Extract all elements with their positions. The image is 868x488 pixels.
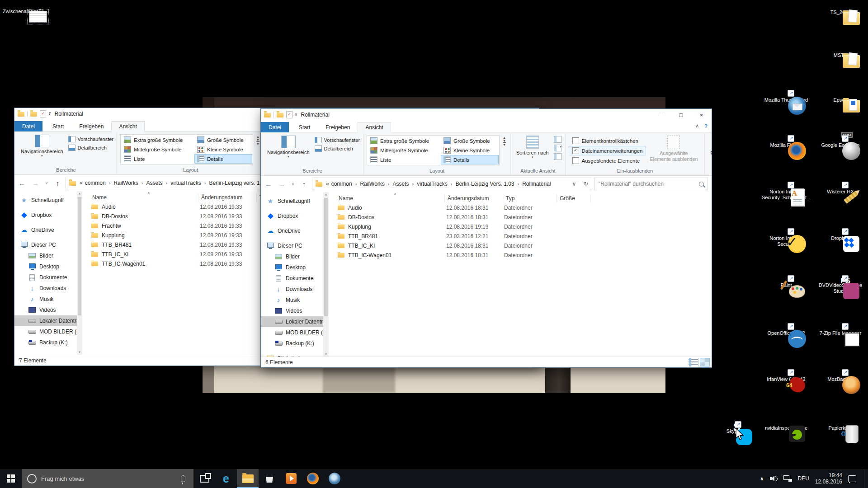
sidebar-item-dokumente[interactable]: Dokumente [261,273,323,284]
properties-icon[interactable]: ✓ [40,110,46,117]
titlebar[interactable]: ✓ ▾ Rollmaterial − □ × [261,109,712,121]
layout-option-0[interactable]: Extra große Symbole [121,135,193,145]
gallery-more-icon[interactable]: ▼ [503,142,506,146]
desktop-icon-irfanview[interactable]: 64 IrfanView 64 4.42 [761,375,811,382]
breadcrumb-item[interactable]: virtualTracks [169,180,203,186]
tab-freigeben[interactable]: Freigeben [318,122,358,132]
gallery-more-icon[interactable]: ▼ [256,141,259,145]
layout-option-3[interactable]: Kleine Symbole [441,145,499,155]
back-button[interactable]: ← [16,178,28,188]
breadcrumb-separator-icon[interactable] [449,181,454,187]
gallery-down-icon[interactable]: ▼ [256,138,259,141]
desktop-icon-nvidia[interactable]: nvidiaInspector.exe [761,424,811,431]
forward-button[interactable]: → [276,178,288,189]
task-view-button[interactable] [193,469,215,488]
maximize-button[interactable]: □ [671,109,691,121]
desktop-icon-firefox[interactable]: Mozilla Firefox [761,141,811,148]
new-folder-icon[interactable] [30,112,37,117]
recent-locations-icon[interactable]: ∨ [43,178,50,188]
ribbon-collapse-icon[interactable]: ∧ [695,123,699,129]
sidebar-scrollbar[interactable]: ∧ ∨ [323,192,329,357]
sidebar-item-schnellzugriff[interactable]: Schnellzugriff [261,196,323,206]
details-pane-button[interactable]: Detailbereich [68,145,114,151]
sidebar-item-bilder[interactable]: Bilder [14,250,77,261]
preview-pane-button[interactable]: Vorschaufenster [68,136,114,142]
desktop-icon-dropbox[interactable]: Dropbox [815,234,866,241]
desktop-icon-paint[interactable]: Paint [761,281,811,288]
sidebar-item-lokaler-datentraeger[interactable]: Lokaler Datenträ [14,315,77,326]
details-view-toggle[interactable] [689,358,698,366]
sidebar-item-mod-bilder[interactable]: MOD BILDER (E:) [261,327,323,338]
breadcrumb-item[interactable]: common [330,181,354,187]
layout-option-1[interactable]: Große Symbole [441,136,499,145]
desktop-icon-ts2016[interactable]: TS_2016 [815,8,866,15]
layout-option-1[interactable]: Große Symbole [194,135,252,145]
new-folder-icon[interactable] [277,113,283,117]
tab-start[interactable]: Start [45,121,71,131]
breadcrumb-separator-icon[interactable] [164,180,170,186]
properties-icon[interactable]: ✓ [286,111,292,118]
file-explorer-icon[interactable] [237,469,259,488]
address-bar[interactable]: «commonRailWorksAssetsvirtualTracksBerli… [312,178,592,190]
edge-icon[interactable] [215,469,237,488]
breadcrumb-separator-icon[interactable] [516,181,521,187]
layout-option-5[interactable]: Details [441,155,499,164]
volume-icon[interactable] [770,475,778,482]
breadcrumb-item[interactable]: common [84,180,107,186]
forward-button[interactable]: → [30,178,41,188]
network-icon[interactable] [783,475,792,482]
group-by-icon[interactable] [554,136,562,143]
store-icon[interactable] [259,469,280,488]
up-button[interactable]: ↑ [52,178,63,188]
start-button[interactable] [0,469,22,488]
language-indicator[interactable]: DEU [798,475,809,482]
media-player-icon[interactable] [280,469,302,488]
breadcrumb-separator-icon[interactable] [140,180,145,186]
desktop-icon-googleearth[interactable]: PRO Google Earth Pro [815,141,866,148]
customize-quick-access-icon[interactable]: ▾ [49,112,51,116]
desktop-icon-mozbackup[interactable]: MozBackup [815,375,866,382]
desktop-icon-dvdvideosoft[interactable]: FS DVDVideoSoft Free Studio [815,281,866,294]
scrollbar-thumb[interactable] [78,197,81,315]
sidebar-item-dieser-pc[interactable]: Dieser PC [261,240,323,251]
sidebar-item-bibliotheken[interactable]: Bibliotheken [261,353,323,357]
desktop-icon-epson[interactable]: Epson [815,96,866,103]
sidebar-item-musik[interactable]: Musik [14,294,77,305]
minimize-button[interactable]: − [651,109,671,121]
desktop-icon-norton[interactable]: ✓ Norton Internet Security [761,234,811,247]
layout-option-4[interactable]: Liste [121,154,193,164]
breadcrumb-separator-icon[interactable] [107,180,113,186]
file-row[interactable]: Kupplung 12.08.2016 19:19 Dateiordner [336,222,712,231]
desktop-icon-clipboard[interactable]: Zwischenablage01.... [1,7,52,14]
breadcrumb-item[interactable]: RailWorks [359,181,386,187]
hide-selected-button[interactable]: Ausgewählte Elemente ausblenden [646,134,701,162]
microphone-icon[interactable] [181,475,185,482]
thumbnails-view-toggle[interactable] [700,358,710,366]
checkbox-row-0[interactable]: Elementkontrollkästchen [569,136,646,145]
sidebar-item-dropbox[interactable]: Dropbox [261,211,323,221]
gallery-down-icon[interactable]: ▼ [503,139,506,142]
desktop-icon-sevenzip[interactable]: 7z 7-Zip File Manager [815,329,866,336]
sidebar-item-dropbox[interactable]: Dropbox [14,210,77,221]
navigation-pane-button[interactable]: Navigationsbereich▾ [19,133,66,157]
tab-start[interactable]: Start [291,122,318,132]
gallery-up-icon[interactable]: ▲ [256,135,259,138]
sidebar-item-backup[interactable]: Backup (K:) [261,338,323,349]
file-row[interactable]: TTB_BR481 23.03.2016 12:21 Dateiordner [336,231,712,241]
preview-pane-button[interactable]: Vorschaufenster [315,137,360,143]
back-button[interactable]: ← [263,178,274,189]
sidebar-item-musik[interactable]: Musik [261,295,323,305]
thunderbird-icon[interactable] [324,469,345,488]
breadcrumb-item[interactable]: RailWorks [112,180,139,186]
layout-option-5[interactable]: Details [194,154,252,164]
sidebar-item-videos[interactable]: Videos [261,305,323,316]
tab-ansicht[interactable]: Ansicht [111,121,144,131]
sidebar-item-lokaler-datentraeger[interactable]: Lokaler Datenträ [261,316,323,327]
sidebar-item-desktop[interactable]: Desktop [14,261,77,272]
checkbox-icon[interactable]: ✓ [572,147,579,154]
show-desktop-button[interactable] [864,469,864,488]
clock[interactable]: 19:44 12.08.2016 [815,472,842,485]
desktop-icon-openoffice[interactable]: OpenOffice 4.1.2 [761,329,811,336]
desktop-icon-skype[interactable]: S Skype [708,427,759,434]
address-dropdown-icon[interactable]: ∨ [570,181,579,187]
